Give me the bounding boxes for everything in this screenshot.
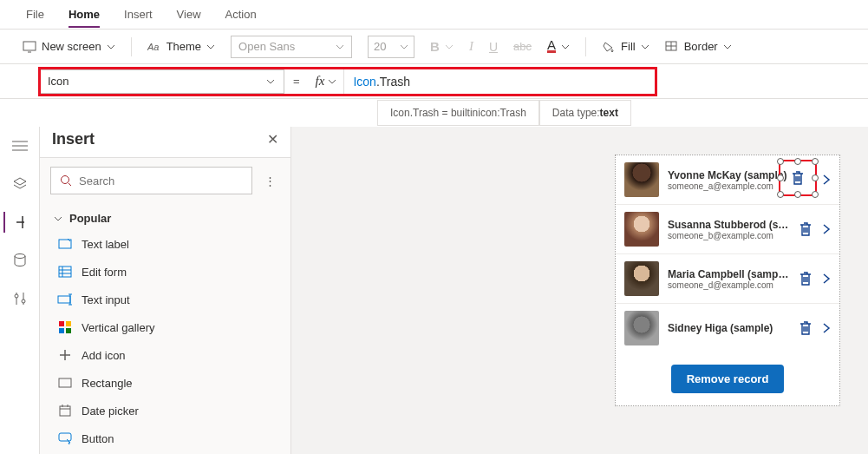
contact-name: Maria Campbell (sample): [668, 268, 789, 280]
search-box[interactable]: [50, 167, 252, 194]
menu-view[interactable]: View: [177, 8, 201, 21]
insert-edit-form[interactable]: Edit form: [40, 258, 290, 286]
rail-tree-view[interactable]: [10, 135, 30, 156]
insert-vertical-gallery[interactable]: Vertical gallery: [40, 313, 290, 341]
trash-icon[interactable]: [798, 220, 813, 238]
avatar: [624, 311, 659, 345]
gallery-icon: [59, 321, 71, 333]
gallery-row[interactable]: Susanna Stubberod (sample) someone_b@exa…: [616, 205, 839, 254]
svg-rect-39: [59, 433, 71, 441]
panel-overflow-button[interactable]: ⋮: [259, 174, 280, 188]
contact-email: someone_d@example.com: [668, 280, 789, 290]
menu-action[interactable]: Action: [225, 8, 257, 21]
trash-icon[interactable]: [798, 319, 813, 337]
search-icon: [60, 174, 72, 187]
property-selector[interactable]: Icon: [38, 69, 284, 94]
svg-point-15: [22, 299, 25, 303]
chevron-down-icon: [445, 43, 454, 51]
design-canvas[interactable]: Yvonne McKay (sample) someone_a@example.…: [291, 127, 868, 454]
svg-rect-35: [60, 406, 70, 416]
chevron-right-icon[interactable]: [822, 174, 831, 186]
tree-group-popular[interactable]: Popular: [40, 207, 290, 230]
font-color-button[interactable]: A: [547, 40, 570, 53]
text-label-icon: [58, 237, 72, 251]
chevron-down-icon: [723, 43, 732, 51]
theme-label: Theme: [166, 40, 201, 53]
main-area: Insert ✕ ⋮ Popular Text label Edit form …: [0, 127, 868, 454]
font-size-select[interactable]: 20: [368, 36, 414, 58]
chevron-down-icon: [400, 43, 408, 51]
theme-icon: Aa: [147, 41, 161, 53]
formula-result: Icon.Trash = builtinicon:Trash: [377, 100, 539, 126]
remove-record-button[interactable]: Remove record: [671, 365, 785, 393]
avatar: [624, 162, 659, 197]
svg-rect-24: [58, 296, 70, 303]
svg-line-17: [69, 183, 71, 186]
rail-data[interactable]: [10, 250, 30, 271]
panel-header: Insert ✕: [40, 122, 290, 158]
rail-insert[interactable]: [3, 212, 24, 233]
menu-insert[interactable]: Insert: [124, 8, 153, 21]
bold-button[interactable]: B: [430, 39, 454, 54]
theme-button[interactable]: Aa Theme: [147, 40, 215, 53]
insert-text-label[interactable]: Text label: [40, 230, 290, 258]
chevron-down-icon: [336, 43, 344, 51]
font-family-select[interactable]: Open Sans: [231, 36, 352, 58]
font-family-value: Open Sans: [238, 40, 295, 53]
plus-icon: [59, 349, 71, 361]
italic-button[interactable]: I: [469, 39, 473, 54]
gallery-row[interactable]: Yvonne McKay (sample) someone_a@example.…: [616, 155, 839, 205]
border-button[interactable]: Border: [665, 40, 732, 53]
edit-form-icon: [58, 265, 72, 279]
chevron-down-icon: [206, 43, 215, 51]
gallery-row[interactable]: Sidney Higa (sample): [616, 304, 839, 352]
fx-button[interactable]: fx: [309, 69, 345, 94]
insert-rectangle[interactable]: Rectangle: [40, 369, 290, 397]
font-size-value: 20: [374, 40, 386, 53]
contact-email: someone_b@example.com: [668, 231, 789, 240]
svg-rect-0: [23, 42, 36, 50]
chevron-right-icon[interactable]: [822, 322, 831, 334]
rail-layers[interactable]: [10, 174, 30, 194]
equals-sign: =: [284, 75, 309, 88]
contact-name: Sidney Higa (sample): [668, 322, 789, 334]
home-toolbar: New screen Aa Theme Open Sans 20 B I U a…: [0, 30, 868, 64]
chevron-down-icon: [107, 43, 115, 51]
insert-button[interactable]: Button: [40, 424, 290, 452]
svg-rect-29: [66, 321, 71, 326]
chevron-right-icon[interactable]: [822, 273, 831, 285]
fill-label: Fill: [621, 40, 636, 53]
selected-trash-icon[interactable]: [779, 160, 817, 196]
trash-icon[interactable]: [798, 270, 813, 287]
new-screen-label: New screen: [42, 40, 101, 53]
fill-button[interactable]: Fill: [602, 40, 649, 53]
svg-rect-28: [59, 321, 64, 326]
component-tree: Popular Text label Edit form Text input …: [40, 203, 290, 454]
insert-date-picker[interactable]: Date picker: [40, 397, 290, 424]
svg-rect-34: [59, 378, 71, 387]
formula-datatype: Data type: text: [539, 100, 631, 126]
rail-tools[interactable]: [10, 288, 30, 309]
contact-name: Susanna Stubberod (sample): [668, 219, 789, 231]
left-rail: [0, 127, 40, 454]
svg-point-16: [62, 176, 69, 184]
menu-file[interactable]: File: [26, 8, 44, 21]
insert-add-icon[interactable]: Add icon: [40, 341, 290, 369]
insert-text-input[interactable]: Text input: [40, 286, 290, 313]
strikethrough-button[interactable]: abc: [513, 40, 532, 53]
panel-close-button[interactable]: ✕: [267, 131, 278, 148]
menu-bar: File Home Insert View Action: [0, 0, 868, 30]
search-input[interactable]: [79, 174, 243, 188]
underline-button[interactable]: U: [489, 40, 498, 54]
gallery-row[interactable]: Maria Campbell (sample) someone_d@exampl…: [616, 254, 839, 304]
chevron-down-icon: [561, 43, 570, 51]
menu-home[interactable]: Home: [69, 8, 100, 28]
panel-title: Insert: [52, 130, 95, 148]
svg-point-11: [15, 254, 25, 259]
formula-input[interactable]: Icon.Trash: [344, 75, 419, 89]
svg-rect-20: [59, 266, 71, 277]
fill-icon: [602, 41, 616, 53]
gallery-control[interactable]: Yvonne McKay (sample) someone_a@example.…: [615, 155, 840, 406]
chevron-right-icon[interactable]: [822, 223, 831, 235]
new-screen-button[interactable]: New screen: [23, 40, 115, 53]
